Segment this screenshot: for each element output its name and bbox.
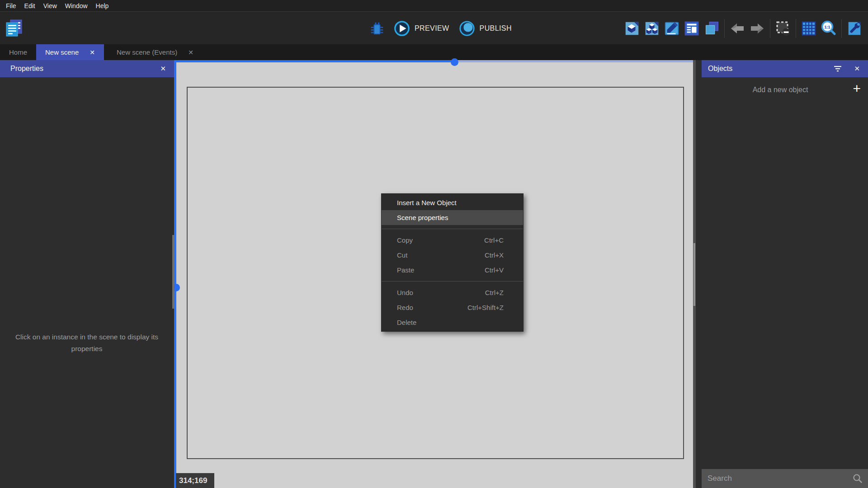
menu-item-shortcut: Ctrl+Shift+Z bbox=[467, 304, 504, 311]
menu-item-shortcut: Ctrl+V bbox=[485, 266, 504, 274]
scene-cube-icon bbox=[623, 20, 641, 37]
project-manager-button[interactable] bbox=[4, 18, 24, 39]
clear-selection-button[interactable] bbox=[773, 19, 793, 38]
object-groups-button[interactable] bbox=[642, 19, 662, 38]
edit-properties-button[interactable] bbox=[662, 19, 682, 38]
pencil-icon bbox=[663, 20, 680, 37]
panel-title: Properties bbox=[10, 65, 43, 73]
toolbar-separator bbox=[841, 19, 842, 38]
menu-separator bbox=[382, 229, 523, 229]
objects-panel-header: Objects ✕ bbox=[702, 60, 868, 77]
close-icon[interactable]: ✕ bbox=[160, 65, 166, 73]
menu-item-shortcut: Ctrl+C bbox=[484, 236, 504, 244]
add-object-button[interactable]: + bbox=[853, 82, 861, 95]
wrench-icon bbox=[846, 20, 863, 37]
search-icon bbox=[853, 474, 863, 483]
left-scrollbar-thumb[interactable] bbox=[172, 235, 174, 309]
layers-button[interactable] bbox=[702, 19, 722, 38]
toolbar-separator bbox=[724, 19, 725, 38]
play-icon bbox=[393, 20, 410, 37]
objects-panel: Objects ✕ Add a new object + bbox=[702, 60, 868, 488]
context-menu-item-cut[interactable]: Cut Ctrl+X bbox=[382, 248, 523, 263]
undo-icon bbox=[728, 19, 746, 38]
close-icon[interactable]: ✕ bbox=[188, 49, 193, 56]
context-menu-item-scene-properties[interactable]: Scene properties bbox=[382, 210, 523, 225]
context-menu-item-insert-object[interactable]: Insert a New Object bbox=[382, 195, 523, 210]
redo-button[interactable] bbox=[747, 19, 767, 38]
menu-item-label: Redo bbox=[397, 304, 413, 311]
preview-label: PREVIEW bbox=[415, 24, 449, 33]
properties-panel-header: Properties ✕ bbox=[0, 60, 174, 77]
zoom-original-button[interactable]: 1:1 bbox=[819, 19, 839, 38]
menu-file[interactable]: File bbox=[2, 2, 20, 9]
menu-item-label: Undo bbox=[397, 289, 413, 296]
menu-item-label: Delete bbox=[397, 319, 416, 326]
zoom-1to1-icon: 1:1 bbox=[820, 19, 838, 38]
menu-item-label: Cut bbox=[397, 251, 407, 259]
context-menu-item-redo[interactable]: Redo Ctrl+Shift+Z bbox=[382, 300, 523, 315]
panel-gutter bbox=[696, 60, 702, 488]
debugger-button[interactable] bbox=[367, 19, 387, 38]
context-menu-item-delete[interactable]: Delete bbox=[382, 315, 523, 330]
search-bar bbox=[702, 469, 868, 488]
context-menu-item-undo[interactable]: Undo Ctrl+Z bbox=[382, 285, 523, 300]
toolbar-separator bbox=[770, 19, 770, 38]
resize-handle-top[interactable] bbox=[451, 58, 458, 66]
menu-item-label: Insert a New Object bbox=[397, 199, 457, 206]
close-icon[interactable]: ✕ bbox=[90, 49, 95, 56]
add-object-row: Add a new object + bbox=[702, 77, 868, 103]
publish-button[interactable]: PUBLISH bbox=[458, 20, 512, 37]
undo-button[interactable] bbox=[727, 19, 747, 38]
menu-item-shortcut: Ctrl+X bbox=[485, 251, 504, 259]
context-menu: Insert a New Object Scene properties Cop… bbox=[381, 193, 524, 332]
toolbar: PREVIEW PUBLISH bbox=[0, 11, 868, 44]
context-menu-item-paste[interactable]: Paste Ctrl+V bbox=[382, 263, 523, 277]
camera-border-left bbox=[174, 60, 176, 488]
camera-border-top bbox=[174, 60, 455, 62]
camera-border-top-extension bbox=[455, 60, 693, 62]
scene-properties-button[interactable] bbox=[844, 19, 864, 38]
properties-empty-message: Click on an instance in the scene to dis… bbox=[14, 331, 159, 355]
bug-icon bbox=[368, 20, 386, 37]
menu-help[interactable]: Help bbox=[92, 2, 113, 9]
menu-separator bbox=[382, 281, 523, 282]
tab-new-scene-events[interactable]: New scene (Events) ✕ bbox=[108, 44, 203, 60]
toggle-grid-button[interactable] bbox=[799, 19, 819, 38]
cubes-icon bbox=[643, 20, 660, 37]
deselect-icon bbox=[774, 19, 792, 38]
tab-new-scene[interactable]: New scene ✕ bbox=[36, 44, 104, 60]
preview-button[interactable]: PREVIEW bbox=[393, 20, 449, 37]
redo-icon bbox=[748, 19, 766, 38]
panel-title: Objects bbox=[708, 65, 732, 73]
menu-view[interactable]: View bbox=[39, 2, 61, 9]
tab-label: New scene (Events) bbox=[117, 48, 177, 56]
menu-item-label: Paste bbox=[397, 266, 414, 274]
search-input[interactable] bbox=[702, 474, 853, 483]
vertical-scrollbar-thumb[interactable] bbox=[693, 243, 695, 306]
menu-window[interactable]: Window bbox=[61, 2, 92, 9]
list-panel-icon bbox=[683, 20, 700, 37]
add-object-label: Add a new object bbox=[753, 86, 808, 94]
grid-icon bbox=[800, 20, 817, 37]
toolbar-center-group: PREVIEW PUBLISH bbox=[367, 12, 521, 45]
project-manager-icon bbox=[4, 18, 24, 39]
tab-bar: Home New scene ✕ New scene (Events) ✕ bbox=[0, 44, 868, 60]
toolbar-right-group: 1:1 bbox=[622, 12, 864, 45]
instances-list-button[interactable] bbox=[682, 19, 702, 38]
objects-editor-button[interactable] bbox=[622, 19, 642, 38]
tab-label: New scene bbox=[45, 48, 79, 56]
toolbar-separator bbox=[796, 19, 796, 38]
filter-icon[interactable] bbox=[833, 65, 842, 72]
menu-bar: File Edit View Window Help bbox=[0, 0, 868, 11]
close-icon[interactable]: ✕ bbox=[854, 65, 860, 73]
publish-label: PUBLISH bbox=[480, 24, 512, 33]
publish-globe-icon bbox=[458, 20, 476, 37]
layers-icon bbox=[703, 20, 720, 37]
menu-edit[interactable]: Edit bbox=[20, 2, 39, 9]
context-menu-item-copy[interactable]: Copy Ctrl+C bbox=[382, 233, 523, 248]
tab-label: Home bbox=[9, 48, 27, 56]
tab-home[interactable]: Home bbox=[0, 44, 36, 60]
menu-item-label: Copy bbox=[397, 236, 413, 244]
properties-panel: Properties ✕ Click on an instance in the… bbox=[0, 60, 174, 488]
svg-text:1:1: 1:1 bbox=[824, 25, 830, 29]
